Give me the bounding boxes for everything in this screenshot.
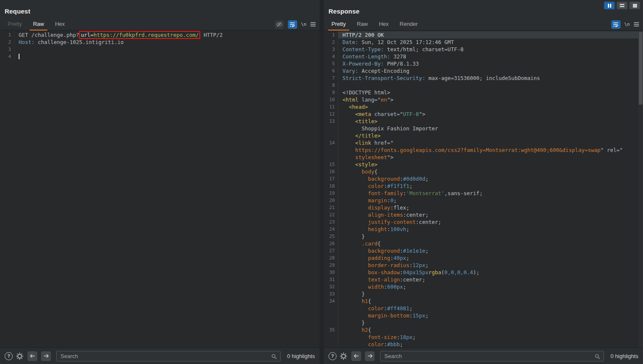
code-line[interactable]: Shoppix Fashion Importer [324,125,643,132]
code-line[interactable]: 11 <head> [324,103,643,110]
help-icon[interactable]: ? [5,352,13,360]
code-line[interactable]: 1HTTP/2 200 OK [324,31,643,39]
line-content [14,53,320,60]
scrollbar-thumb[interactable] [639,32,643,105]
line-content: padding:40px; [338,254,643,262]
code-line[interactable]: 28 padding:40px; [324,254,643,262]
request-tab-pretty[interactable]: Pretty [3,19,26,30]
line-content: background:#0d0d0d; [338,175,643,182]
code-line[interactable]: 16 body{ [324,168,643,175]
panel-divider[interactable] [320,0,324,364]
code-line[interactable]: 33 } [324,290,643,298]
code-line[interactable]: 21 display:flex; [324,204,643,211]
code-line[interactable]: 13 <title> [324,118,643,125]
code-line[interactable]: 7Strict-Transport-Security: max-age=3153… [324,74,643,82]
code-line[interactable]: 18 color:#f1f1f1; [324,182,643,190]
text-cursor [19,54,19,59]
code-line[interactable]: 2Host: challenge-1025.intigriti.io [0,39,320,46]
wrap-lines-toggle[interactable] [288,20,297,29]
code-line[interactable]: 14 <link href=" [324,139,643,146]
newline-chars-toggle[interactable]: \n [624,22,630,27]
editor-menu-button[interactable] [310,22,316,27]
code-line[interactable]: color:#bbb; [324,341,643,347]
code-line[interactable]: 29 border-radius:12px; [324,262,643,269]
response-tab-raw[interactable]: Raw [353,19,372,30]
line-content: border-radius:12px; [338,262,643,269]
line-content: X-Powered-By: PHP/8.1.33 [338,60,643,67]
line-number: 35 [324,326,338,334]
code-line[interactable]: 17 background:#0d0d0d; [324,175,643,182]
rows-layout-button[interactable] [617,2,627,9]
code-line[interactable]: 24 height:100vh; [324,226,643,233]
code-line[interactable]: 30 box-shadow:04px15pxrgba(0,0,0,0.4); [324,269,643,276]
response-scrollbar[interactable] [638,30,643,347]
code-line[interactable]: 32 width:600px; [324,283,643,290]
code-line[interactable]: 27 background:#1e1e1e; [324,247,643,254]
search-settings-button[interactable] [339,352,348,360]
line-content: justify-content:center; [338,218,643,226]
code-line[interactable]: https://fonts.googleapis.com/css2?family… [324,146,643,154]
line-content: margin-bottom:15px; [338,312,643,319]
code-line[interactable]: 10<html lang="en"> [324,96,643,103]
code-line[interactable]: 8 [324,82,643,89]
search-prev-button[interactable] [351,351,361,361]
editor-menu-button[interactable] [634,22,639,27]
code-line[interactable]: 12 <meta charset="UTF-8"> [324,110,643,118]
code-line[interactable]: 23 justify-content:center; [324,218,643,226]
request-tabbar: PrettyRawHex \n [0,19,320,30]
line-content: https://fonts.googleapis.com/css2?family… [338,146,643,154]
code-line[interactable]: 4 [0,53,320,60]
code-line[interactable]: 35 h2{ [324,326,643,334]
search-next-button[interactable] [41,351,51,361]
hide-nonprintables-toggle[interactable] [275,20,284,29]
help-icon[interactable]: ? [328,352,337,360]
code-line[interactable]: 6Vary: Accept-Encoding [324,67,643,74]
single-pane-layout-button[interactable] [629,2,640,9]
code-line[interactable]: 5X-Powered-By: PHP/8.1.33 [324,60,643,67]
columns-layout-button[interactable] [604,2,615,9]
search-input[interactable] [56,351,281,361]
code-line[interactable]: 2Date: Sun, 12 Oct 2025 17:12:46 GMT [324,39,643,46]
arrow-left-icon [354,354,359,358]
response-tab-render[interactable]: Render [395,19,422,30]
code-line[interactable]: 3Content-Type: text/html; charset=UTF-8 [324,46,643,53]
code-line[interactable]: 3 [0,46,320,53]
code-line[interactable]: font-size:18px; [324,334,643,341]
code-line[interactable]: 19 font-family:'Montserrat',sans-serif; [324,190,643,197]
code-line[interactable]: </title> [324,132,643,139]
line-number [324,132,338,139]
code-line[interactable]: 1GET /challenge.php?url=https://fu0kpfrd… [0,31,320,39]
code-line[interactable]: 25 } [324,233,643,240]
wrap-lines-toggle[interactable] [611,20,621,29]
code-line[interactable]: 26 .card{ [324,240,643,247]
code-line[interactable]: 4Content-Length: 3278 [324,53,643,60]
code-line[interactable]: } [324,319,643,326]
code-line[interactable]: 34 h1{ [324,298,643,305]
view-layout-controls [604,2,640,9]
search-settings-button[interactable] [16,352,24,360]
line-number: 33 [324,290,338,298]
search-next-button[interactable] [365,351,375,361]
line-content: color:#bbb; [338,341,643,347]
request-editor[interactable]: 1GET /challenge.php?url=https://fu0kpfrd… [0,30,320,347]
response-tab-hex[interactable]: Hex [375,19,393,30]
code-line[interactable]: stylesheet"> [324,154,643,161]
search-prev-button[interactable] [28,351,37,361]
line-number [324,312,338,319]
code-line[interactable]: 15 <style> [324,161,643,168]
code-line[interactable]: margin-bottom:15px; [324,312,643,319]
request-tab-hex[interactable]: Hex [51,19,69,30]
response-tab-pretty[interactable]: Pretty [327,19,350,30]
code-line[interactable]: 31 text-align:center; [324,276,643,283]
code-line[interactable]: 9<!DOCTYPE html> [324,89,643,96]
single-pane-icon [633,4,637,8]
request-editor-lines: 1GET /challenge.php?url=https://fu0kpfrd… [0,31,320,60]
newline-chars-toggle[interactable]: \n [301,22,306,27]
response-editor-toolbar: \n [611,19,643,30]
code-line[interactable]: 20 margin:0; [324,197,643,204]
search-input[interactable] [380,351,604,361]
request-tab-raw[interactable]: Raw [29,19,48,30]
code-line[interactable]: 22 align-items:center; [324,211,643,218]
response-editor[interactable]: 1HTTP/2 200 OK2Date: Sun, 12 Oct 2025 17… [324,30,643,347]
code-line[interactable]: color:#ff4081; [324,305,643,312]
